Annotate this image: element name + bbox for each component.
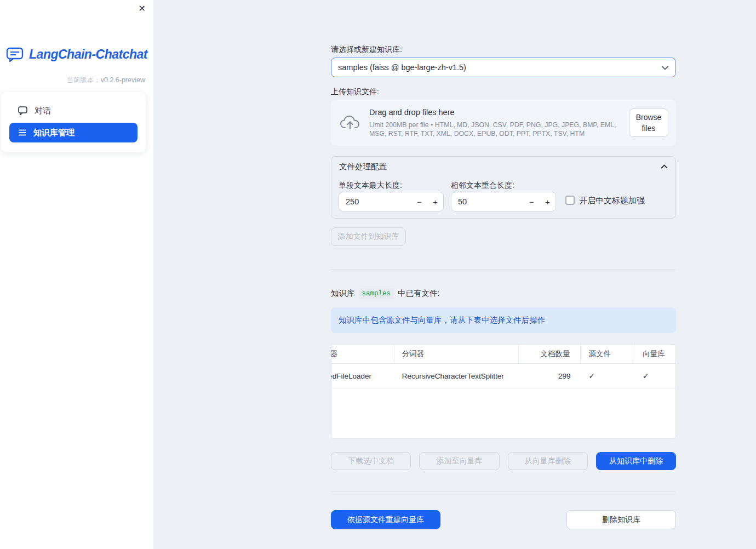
overlap-input[interactable]: 50 − + — [451, 192, 556, 211]
rebuild-vector-store-button[interactable]: 依据源文件重建向量库 — [331, 510, 440, 529]
kb-bottom-buttons: 依据源文件重建向量库 删除知识库 — [331, 510, 676, 529]
max-length-value[interactable]: 250 — [339, 197, 411, 206]
main-content: 请选择或新建知识库: samples (faiss @ bge-large-zh… — [331, 0, 676, 549]
chat-bubble-icon — [18, 106, 27, 115]
uploader-texts: Drag and drop files here Limit 200MB per… — [369, 108, 620, 138]
sidebar-item-knowledge-base[interactable]: 知识库管理 — [9, 123, 138, 142]
sidebar-item-chat-label: 对话 — [35, 106, 51, 116]
overlap-value[interactable]: 50 — [451, 197, 524, 206]
col-header-doc-count[interactable]: 文档数量 — [519, 345, 581, 363]
zh-title-checkbox-label[interactable]: 开启中文标题加强 — [579, 196, 645, 206]
list-icon — [18, 129, 26, 136]
cloud-upload-icon — [340, 115, 360, 131]
version-info: 当前版本：v0.2.6-preview — [66, 76, 145, 85]
info-banner-text: 知识库中包含源文件与向量库，请从下表中选择文件后操作 — [339, 315, 545, 325]
kb-select-label: 请选择或新建知识库: — [331, 45, 676, 55]
zh-title-checkbox[interactable] — [565, 196, 575, 205]
sidebar: ✕ LangChain-Chatchat 当前版本：v0.2.6-preview — [0, 0, 153, 549]
overlap-label: 相邻文本重合长度: — [451, 181, 514, 191]
kb-files-prefix: 知识库 — [331, 288, 355, 299]
chevron-up-icon — [661, 164, 668, 169]
max-length-input[interactable]: 250 − + — [339, 192, 444, 211]
table-row[interactable]: UnstructuredFileLoader RecursiveCharacte… — [331, 364, 675, 388]
app-logo: LangChain-Chatchat — [0, 47, 153, 62]
overlap-decrement-button[interactable]: − — [524, 192, 540, 211]
max-length-increment-button[interactable]: + — [427, 192, 443, 211]
divider — [331, 269, 676, 270]
col-header-loader[interactable]: 文档加载器 — [331, 345, 394, 363]
delete-from-kb-button[interactable]: 从知识库中删除 — [596, 452, 676, 470]
cell-splitter: RecursiveCharacterTextSplitter — [394, 364, 519, 388]
sidebar-item-kb-label: 知识库管理 — [33, 128, 75, 138]
delete-kb-button[interactable]: 删除知识库 — [566, 510, 676, 529]
version-value: v0.2.6-preview — [101, 76, 145, 84]
cell-loader: UnstructuredFileLoader — [331, 364, 394, 388]
file-uploader-dropzone[interactable]: Drag and drop files here Limit 200MB per… — [331, 100, 676, 146]
max-length-label: 单段文本最大长度: — [339, 181, 402, 191]
col-header-splitter[interactable]: 分词器 — [394, 345, 519, 363]
info-banner: 知识库中包含源文件与向量库，请从下表中选择文件后操作 — [331, 307, 676, 333]
sidebar-menu: 对话 知识库管理 — [1, 92, 146, 152]
files-table[interactable]: 文档加载器 分词器 文档数量 源文件 向量库 UnstructuredFileL… — [331, 344, 676, 439]
kb-files-heading: 知识库 samples 中已有文件: — [331, 288, 676, 299]
add-to-vector-store-button[interactable]: 添加至向量库 — [419, 452, 499, 470]
delete-from-vector-store-button[interactable]: 从向量库删除 — [508, 452, 588, 470]
version-label: 当前版本： — [66, 76, 101, 84]
col-header-source-file[interactable]: 源文件 — [581, 345, 634, 363]
kb-files-suffix: 中已有文件: — [398, 288, 440, 299]
cell-vector-check: ✓ — [633, 364, 675, 388]
cell-source-check: ✓ — [581, 364, 634, 388]
file-action-buttons: 下载选中文档 添加至向量库 从向量库删除 从知识库中删除 — [331, 452, 676, 470]
kb-name-code: samples — [359, 289, 394, 299]
files-table-header: 文档加载器 分词器 文档数量 源文件 向量库 — [331, 345, 675, 364]
file-config-title: 文件处理配置 — [339, 162, 387, 172]
kb-select-value: samples (faiss @ bge-large-zh-v1.5) — [338, 63, 466, 72]
download-selected-button[interactable]: 下载选中文档 — [331, 452, 411, 470]
overlap-increment-button[interactable]: + — [540, 192, 555, 211]
kb-select[interactable]: samples (faiss @ bge-large-zh-v1.5) — [331, 58, 676, 77]
file-config-expander-header[interactable]: 文件处理配置 — [331, 157, 675, 176]
file-config-expander: 文件处理配置 单段文本最大长度: 相邻文本重合长度: 250 − + 50 − … — [331, 156, 676, 219]
drag-drop-text: Drag and drop files here — [369, 108, 620, 117]
upload-label: 上传知识文件: — [331, 87, 676, 97]
upload-limit-text: Limit 200MB per file • HTML, MD, JSON, C… — [369, 121, 620, 138]
sidebar-item-chat[interactable]: 对话 — [9, 101, 138, 121]
divider — [331, 491, 676, 492]
logo-chat-icon — [6, 47, 25, 62]
max-length-decrement-button[interactable]: − — [411, 192, 427, 211]
cell-doc-count: 299 — [519, 364, 581, 388]
chevron-down-icon — [661, 65, 669, 70]
col-header-vector-store[interactable]: 向量库 — [633, 345, 675, 363]
browse-files-button[interactable]: Browse files — [629, 108, 668, 137]
logo-text: LangChain-Chatchat — [29, 47, 147, 62]
page: ✕ LangChain-Chatchat 当前版本：v0.2.6-preview — [0, 0, 756, 549]
add-files-to-kb-button[interactable]: 添加文件到知识库 — [331, 227, 406, 246]
close-sidebar-icon[interactable]: ✕ — [139, 4, 146, 13]
